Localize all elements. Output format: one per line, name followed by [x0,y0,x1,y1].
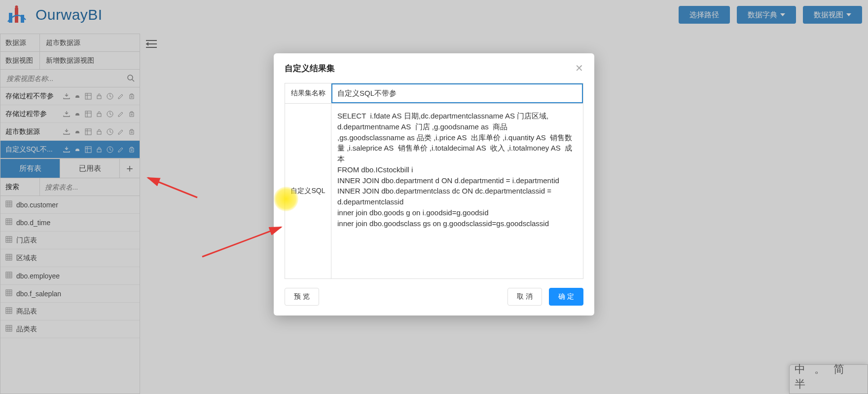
ok-button[interactable]: 确 定 [549,288,583,306]
result-name-label: 结果集名称 [285,83,331,104]
cursor-highlight [274,187,298,211]
cancel-button[interactable]: 取 消 [507,288,542,306]
result-name-input[interactable] [331,83,583,103]
modal-overlay: 自定义结果集 ✕ 结果集名称 自定义SQL 预 览 取 消 确 定 [0,0,868,394]
custom-sql-modal: 自定义结果集 ✕ 结果集名称 自定义SQL 预 览 取 消 确 定 [274,53,594,315]
sql-textarea[interactable] [331,104,583,276]
preview-button[interactable]: 预 览 [285,288,319,306]
modal-title: 自定义结果集 [285,63,335,74]
close-icon[interactable]: ✕ [575,62,583,74]
